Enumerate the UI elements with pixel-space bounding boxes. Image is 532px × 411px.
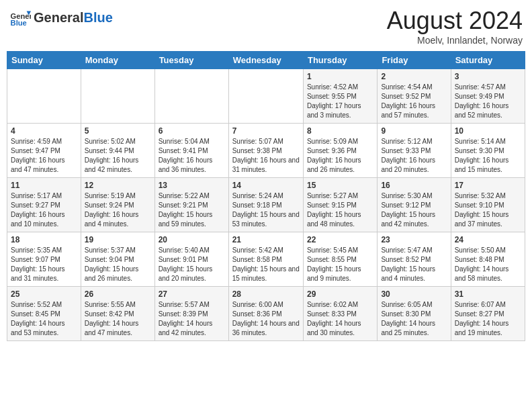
- weekday-header-row: SundayMondayTuesdayWednesdayThursdayFrid…: [7, 52, 525, 69]
- calendar-cell: [7, 69, 81, 124]
- calendar-cell: 24 Sunrise: 5:50 AMSunset: 8:48 PMDaylig…: [451, 232, 525, 287]
- calendar-cell: 3 Sunrise: 4:57 AMSunset: 9:49 PMDayligh…: [451, 69, 525, 124]
- calendar-cell: 22 Sunrise: 5:45 AMSunset: 8:55 PMDaylig…: [303, 232, 377, 287]
- calendar-cell: 1 Sunrise: 4:52 AMSunset: 9:55 PMDayligh…: [303, 69, 377, 124]
- calendar-cell: [228, 69, 303, 124]
- day-info: Sunrise: 5:55 AMSunset: 8:42 PMDaylight:…: [85, 300, 151, 338]
- day-number: 7: [232, 126, 300, 136]
- day-info: Sunrise: 5:24 AMSunset: 9:18 PMDaylight:…: [232, 191, 300, 229]
- calendar-cell: 13 Sunrise: 5:22 AMSunset: 9:21 PMDaylig…: [154, 178, 228, 232]
- weekday-header-sunday: Sunday: [7, 52, 81, 69]
- day-number: 12: [85, 181, 151, 190]
- calendar-cell: 15 Sunrise: 5:27 AMSunset: 9:15 PMDaylig…: [303, 178, 377, 232]
- weekday-header-monday: Monday: [81, 52, 154, 69]
- weekday-header-friday: Friday: [378, 52, 451, 69]
- calendar-cell: 7 Sunrise: 5:07 AMSunset: 9:38 PMDayligh…: [228, 124, 303, 178]
- day-info: Sunrise: 4:52 AMSunset: 9:55 PMDaylight:…: [307, 83, 373, 120]
- calendar-cell: 30 Sunrise: 6:05 AMSunset: 8:30 PMDaylig…: [378, 287, 451, 341]
- week-row-5: 25 Sunrise: 5:52 AMSunset: 8:45 PMDaylig…: [7, 287, 525, 341]
- day-info: Sunrise: 6:05 AMSunset: 8:30 PMDaylight:…: [381, 300, 447, 338]
- calendar-cell: 26 Sunrise: 5:55 AMSunset: 8:42 PMDaylig…: [81, 287, 154, 341]
- week-row-4: 18 Sunrise: 5:35 AMSunset: 9:07 PMDaylig…: [7, 232, 525, 287]
- calendar-cell: 2 Sunrise: 4:54 AMSunset: 9:52 PMDayligh…: [378, 69, 451, 124]
- day-info: Sunrise: 5:02 AMSunset: 9:44 PMDaylight:…: [85, 137, 151, 175]
- day-number: 3: [455, 72, 521, 81]
- calendar-cell: 28 Sunrise: 6:00 AMSunset: 8:36 PMDaylig…: [228, 287, 303, 341]
- weekday-header-thursday: Thursday: [303, 52, 377, 69]
- logo-blue-text: Blue: [83, 10, 112, 25]
- calendar-cell: [81, 69, 154, 124]
- svg-text:Blue: Blue: [11, 19, 27, 27]
- calendar-cell: 6 Sunrise: 5:04 AMSunset: 9:41 PMDayligh…: [154, 124, 228, 178]
- day-info: Sunrise: 4:57 AMSunset: 9:49 PMDaylight:…: [455, 83, 521, 120]
- day-number: 30: [381, 289, 447, 299]
- day-number: 4: [11, 126, 77, 136]
- page-header: General Blue GeneralBlue August 2024 Moe…: [7, 7, 525, 46]
- location: Moelv, Innlandet, Norway: [387, 35, 523, 46]
- calendar-cell: 25 Sunrise: 5:52 AMSunset: 8:45 PMDaylig…: [7, 287, 81, 341]
- day-number: 16: [381, 181, 447, 190]
- calendar-cell: 5 Sunrise: 5:02 AMSunset: 9:44 PMDayligh…: [81, 124, 154, 178]
- day-number: 14: [232, 181, 300, 190]
- calendar-cell: [154, 69, 228, 124]
- day-info: Sunrise: 5:17 AMSunset: 9:27 PMDaylight:…: [11, 191, 77, 229]
- title-area: August 2024 Moelv, Innlandet, Norway: [387, 7, 523, 46]
- day-info: Sunrise: 5:42 AMSunset: 8:58 PMDaylight:…: [232, 246, 300, 283]
- calendar-cell: 4 Sunrise: 4:59 AMSunset: 9:47 PMDayligh…: [7, 124, 81, 178]
- day-info: Sunrise: 5:14 AMSunset: 9:30 PMDaylight:…: [455, 137, 521, 175]
- day-info: Sunrise: 4:59 AMSunset: 9:47 PMDaylight:…: [11, 137, 77, 175]
- day-number: 31: [455, 289, 521, 299]
- day-info: Sunrise: 5:45 AMSunset: 8:55 PMDaylight:…: [307, 246, 373, 283]
- day-info: Sunrise: 5:32 AMSunset: 9:10 PMDaylight:…: [455, 191, 521, 229]
- day-info: Sunrise: 5:30 AMSunset: 9:12 PMDaylight:…: [381, 191, 447, 229]
- calendar-cell: 16 Sunrise: 5:30 AMSunset: 9:12 PMDaylig…: [378, 178, 451, 232]
- calendar-cell: 11 Sunrise: 5:17 AMSunset: 9:27 PMDaylig…: [7, 178, 81, 232]
- calendar-cell: 21 Sunrise: 5:42 AMSunset: 8:58 PMDaylig…: [228, 232, 303, 287]
- day-number: 8: [307, 126, 373, 136]
- day-number: 11: [11, 181, 77, 190]
- logo-general-text: General: [34, 10, 83, 25]
- day-info: Sunrise: 5:35 AMSunset: 9:07 PMDaylight:…: [11, 246, 77, 283]
- day-number: 5: [85, 126, 151, 136]
- day-number: 1: [307, 72, 373, 81]
- calendar-cell: 8 Sunrise: 5:09 AMSunset: 9:36 PMDayligh…: [303, 124, 377, 178]
- calendar-cell: 27 Sunrise: 5:57 AMSunset: 8:39 PMDaylig…: [154, 287, 228, 341]
- day-number: 13: [159, 181, 225, 190]
- calendar-cell: 19 Sunrise: 5:37 AMSunset: 9:04 PMDaylig…: [81, 232, 154, 287]
- calendar-cell: 14 Sunrise: 5:24 AMSunset: 9:18 PMDaylig…: [228, 178, 303, 232]
- day-info: Sunrise: 6:07 AMSunset: 8:27 PMDaylight:…: [455, 300, 521, 338]
- day-number: 25: [11, 289, 77, 299]
- day-info: Sunrise: 5:22 AMSunset: 9:21 PMDaylight:…: [159, 191, 225, 229]
- day-info: Sunrise: 5:19 AMSunset: 9:24 PMDaylight:…: [85, 191, 151, 229]
- day-info: Sunrise: 5:12 AMSunset: 9:33 PMDaylight:…: [381, 137, 447, 175]
- week-row-3: 11 Sunrise: 5:17 AMSunset: 9:27 PMDaylig…: [7, 178, 525, 232]
- day-number: 24: [455, 235, 521, 244]
- calendar-cell: 17 Sunrise: 5:32 AMSunset: 9:10 PMDaylig…: [451, 178, 525, 232]
- day-info: Sunrise: 5:04 AMSunset: 9:41 PMDaylight:…: [159, 137, 225, 175]
- day-number: 18: [11, 235, 77, 244]
- calendar-cell: 23 Sunrise: 5:47 AMSunset: 8:52 PMDaylig…: [378, 232, 451, 287]
- day-number: 9: [381, 126, 447, 136]
- calendar-cell: 31 Sunrise: 6:07 AMSunset: 8:27 PMDaylig…: [451, 287, 525, 341]
- calendar-cell: 20 Sunrise: 5:40 AMSunset: 9:01 PMDaylig…: [154, 232, 228, 287]
- logo-icon: General Blue: [9, 7, 31, 28]
- day-info: Sunrise: 5:27 AMSunset: 9:15 PMDaylight:…: [307, 191, 373, 229]
- logo: General Blue GeneralBlue: [9, 7, 113, 28]
- week-row-1: 1 Sunrise: 4:52 AMSunset: 9:55 PMDayligh…: [7, 69, 525, 124]
- day-number: 10: [455, 126, 521, 136]
- month-title: August 2024: [387, 7, 523, 35]
- day-info: Sunrise: 6:02 AMSunset: 8:33 PMDaylight:…: [307, 300, 373, 338]
- day-number: 21: [232, 235, 300, 244]
- calendar-table: SundayMondayTuesdayWednesdayThursdayFrid…: [7, 51, 525, 341]
- day-info: Sunrise: 5:50 AMSunset: 8:48 PMDaylight:…: [455, 246, 521, 283]
- day-number: 2: [381, 72, 447, 81]
- calendar-cell: 29 Sunrise: 6:02 AMSunset: 8:33 PMDaylig…: [303, 287, 377, 341]
- calendar-cell: 9 Sunrise: 5:12 AMSunset: 9:33 PMDayligh…: [378, 124, 451, 178]
- weekday-header-saturday: Saturday: [451, 52, 525, 69]
- day-number: 26: [85, 289, 151, 299]
- day-number: 27: [159, 289, 225, 299]
- day-number: 15: [307, 181, 373, 190]
- day-info: Sunrise: 5:07 AMSunset: 9:38 PMDaylight:…: [232, 137, 300, 175]
- day-info: Sunrise: 5:09 AMSunset: 9:36 PMDaylight:…: [307, 137, 373, 175]
- day-info: Sunrise: 5:52 AMSunset: 8:45 PMDaylight:…: [11, 300, 77, 338]
